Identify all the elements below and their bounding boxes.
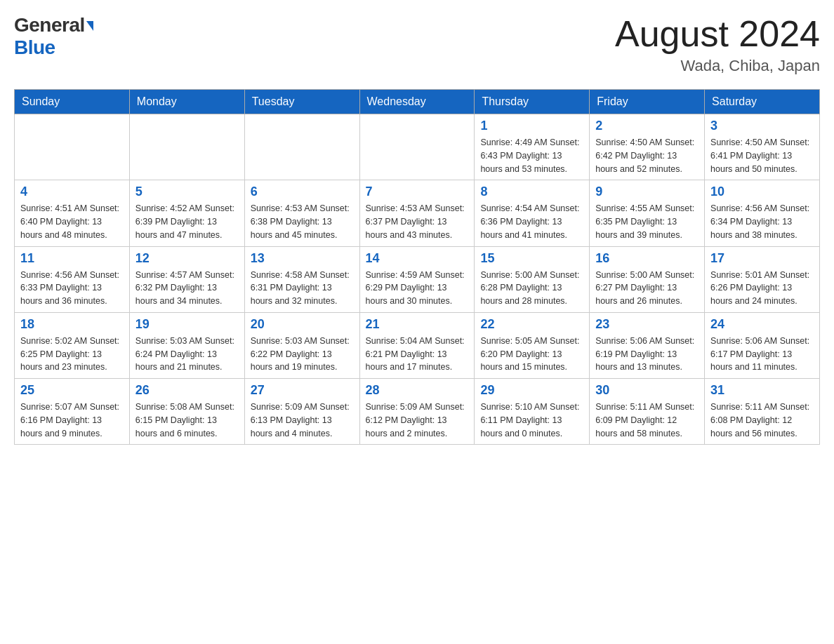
calendar-cell-2-1: 4Sunrise: 4:51 AM Sunset: 6:40 PM Daylig…: [15, 180, 130, 246]
weekday-header-row: SundayMondayTuesdayWednesdayThursdayFrid…: [15, 90, 820, 114]
calendar-cell-3-5: 15Sunrise: 5:00 AM Sunset: 6:28 PM Dayli…: [475, 246, 590, 312]
day-info: Sunrise: 4:53 AM Sunset: 6:37 PM Dayligh…: [366, 202, 469, 241]
calendar-cell-5-4: 28Sunrise: 5:09 AM Sunset: 6:12 PM Dayli…: [359, 379, 475, 445]
calendar-cell-1-2: [129, 114, 244, 180]
day-info: Sunrise: 5:00 AM Sunset: 6:27 PM Dayligh…: [595, 269, 699, 308]
calendar-cell-1-7: 3Sunrise: 4:50 AM Sunset: 6:41 PM Daylig…: [705, 114, 820, 180]
calendar-cell-3-1: 11Sunrise: 4:56 AM Sunset: 6:33 PM Dayli…: [15, 246, 130, 312]
calendar-table: SundayMondayTuesdayWednesdayThursdayFrid…: [14, 89, 820, 445]
weekday-header-thursday: Thursday: [475, 90, 590, 114]
day-info: Sunrise: 4:54 AM Sunset: 6:36 PM Dayligh…: [480, 202, 583, 241]
day-number: 18: [20, 317, 124, 332]
calendar-cell-2-5: 8Sunrise: 4:54 AM Sunset: 6:36 PM Daylig…: [475, 180, 590, 246]
calendar-cell-5-2: 26Sunrise: 5:08 AM Sunset: 6:15 PM Dayli…: [129, 379, 244, 445]
day-number: 11: [20, 251, 124, 266]
day-number: 8: [480, 185, 583, 199]
logo-general-text: General: [14, 14, 85, 36]
day-info: Sunrise: 5:09 AM Sunset: 6:12 PM Dayligh…: [366, 401, 469, 440]
day-number: 28: [366, 383, 469, 398]
day-number: 1: [480, 119, 583, 133]
day-number: 23: [595, 317, 699, 332]
day-info: Sunrise: 4:57 AM Sunset: 6:32 PM Dayligh…: [135, 269, 239, 308]
day-number: 6: [251, 185, 354, 199]
calendar-cell-2-4: 7Sunrise: 4:53 AM Sunset: 6:37 PM Daylig…: [359, 180, 475, 246]
day-info: Sunrise: 5:03 AM Sunset: 6:24 PM Dayligh…: [135, 335, 239, 374]
day-info: Sunrise: 4:59 AM Sunset: 6:29 PM Dayligh…: [366, 269, 469, 308]
day-info: Sunrise: 5:07 AM Sunset: 6:16 PM Dayligh…: [20, 401, 124, 440]
day-info: Sunrise: 4:55 AM Sunset: 6:35 PM Dayligh…: [595, 202, 699, 241]
day-info: Sunrise: 5:01 AM Sunset: 6:26 PM Dayligh…: [710, 269, 814, 308]
calendar-header: SundayMondayTuesdayWednesdayThursdayFrid…: [15, 90, 820, 114]
weekday-header-tuesday: Tuesday: [244, 90, 359, 114]
week-row-2: 4Sunrise: 4:51 AM Sunset: 6:40 PM Daylig…: [15, 180, 820, 246]
day-info: Sunrise: 5:11 AM Sunset: 6:09 PM Dayligh…: [595, 401, 699, 440]
day-number: 22: [480, 317, 583, 332]
calendar-cell-1-1: [15, 114, 130, 180]
calendar-cell-4-4: 21Sunrise: 5:04 AM Sunset: 6:21 PM Dayli…: [359, 312, 475, 378]
weekday-header-saturday: Saturday: [705, 90, 820, 114]
day-number: 5: [135, 185, 239, 199]
month-title: August 2024: [615, 14, 820, 54]
day-info: Sunrise: 5:06 AM Sunset: 6:19 PM Dayligh…: [595, 335, 699, 374]
day-info: Sunrise: 5:11 AM Sunset: 6:08 PM Dayligh…: [710, 401, 814, 440]
day-number: 27: [251, 383, 354, 398]
logo: General Blue: [14, 14, 93, 59]
day-info: Sunrise: 5:06 AM Sunset: 6:17 PM Dayligh…: [710, 335, 814, 374]
logo-blue-text: Blue: [14, 36, 55, 58]
week-row-4: 18Sunrise: 5:02 AM Sunset: 6:25 PM Dayli…: [15, 312, 820, 378]
weekday-header-friday: Friday: [590, 90, 705, 114]
day-number: 29: [480, 383, 583, 398]
calendar-cell-3-3: 13Sunrise: 4:58 AM Sunset: 6:31 PM Dayli…: [244, 246, 359, 312]
calendar-cell-4-5: 22Sunrise: 5:05 AM Sunset: 6:20 PM Dayli…: [475, 312, 590, 378]
calendar-cell-2-6: 9Sunrise: 4:55 AM Sunset: 6:35 PM Daylig…: [590, 180, 705, 246]
calendar-cell-5-5: 29Sunrise: 5:10 AM Sunset: 6:11 PM Dayli…: [475, 379, 590, 445]
calendar-cell-1-6: 2Sunrise: 4:50 AM Sunset: 6:42 PM Daylig…: [590, 114, 705, 180]
week-row-3: 11Sunrise: 4:56 AM Sunset: 6:33 PM Dayli…: [15, 246, 820, 312]
day-info: Sunrise: 5:02 AM Sunset: 6:25 PM Dayligh…: [20, 335, 124, 374]
calendar-body: 1Sunrise: 4:49 AM Sunset: 6:43 PM Daylig…: [15, 114, 820, 445]
calendar-cell-1-5: 1Sunrise: 4:49 AM Sunset: 6:43 PM Daylig…: [475, 114, 590, 180]
day-number: 24: [710, 317, 814, 332]
day-info: Sunrise: 4:53 AM Sunset: 6:38 PM Dayligh…: [251, 202, 354, 241]
day-number: 26: [135, 383, 239, 398]
day-info: Sunrise: 5:03 AM Sunset: 6:22 PM Dayligh…: [251, 335, 354, 374]
location-title: Wada, Chiba, Japan: [615, 57, 820, 75]
calendar-cell-4-1: 18Sunrise: 5:02 AM Sunset: 6:25 PM Dayli…: [15, 312, 130, 378]
weekday-header-sunday: Sunday: [15, 90, 130, 114]
day-number: 9: [595, 185, 699, 199]
page-header: General Blue August 2024 Wada, Chiba, Ja…: [14, 14, 820, 75]
calendar-cell-5-6: 30Sunrise: 5:11 AM Sunset: 6:09 PM Dayli…: [590, 379, 705, 445]
day-info: Sunrise: 5:00 AM Sunset: 6:28 PM Dayligh…: [480, 269, 583, 308]
day-info: Sunrise: 4:50 AM Sunset: 6:41 PM Dayligh…: [710, 136, 814, 175]
calendar-cell-2-2: 5Sunrise: 4:52 AM Sunset: 6:39 PM Daylig…: [129, 180, 244, 246]
day-info: Sunrise: 4:49 AM Sunset: 6:43 PM Dayligh…: [480, 136, 583, 175]
calendar-cell-2-7: 10Sunrise: 4:56 AM Sunset: 6:34 PM Dayli…: [705, 180, 820, 246]
day-number: 14: [366, 251, 469, 266]
calendar-cell-3-7: 17Sunrise: 5:01 AM Sunset: 6:26 PM Dayli…: [705, 246, 820, 312]
day-number: 7: [366, 185, 469, 199]
day-number: 3: [710, 119, 814, 133]
day-number: 25: [20, 383, 124, 398]
title-block: August 2024 Wada, Chiba, Japan: [615, 14, 820, 75]
calendar-cell-5-3: 27Sunrise: 5:09 AM Sunset: 6:13 PM Dayli…: [244, 379, 359, 445]
day-number: 16: [595, 251, 699, 266]
day-number: 21: [366, 317, 469, 332]
logo-triangle-icon: [86, 21, 93, 31]
day-number: 15: [480, 251, 583, 266]
calendar-cell-3-6: 16Sunrise: 5:00 AM Sunset: 6:27 PM Dayli…: [590, 246, 705, 312]
day-info: Sunrise: 5:09 AM Sunset: 6:13 PM Dayligh…: [251, 401, 354, 440]
day-info: Sunrise: 5:10 AM Sunset: 6:11 PM Dayligh…: [480, 401, 583, 440]
calendar-cell-3-2: 12Sunrise: 4:57 AM Sunset: 6:32 PM Dayli…: [129, 246, 244, 312]
day-info: Sunrise: 4:51 AM Sunset: 6:40 PM Dayligh…: [20, 202, 124, 241]
day-info: Sunrise: 4:52 AM Sunset: 6:39 PM Dayligh…: [135, 202, 239, 241]
day-info: Sunrise: 5:08 AM Sunset: 6:15 PM Dayligh…: [135, 401, 239, 440]
weekday-header-monday: Monday: [129, 90, 244, 114]
day-number: 2: [595, 119, 699, 133]
day-number: 19: [135, 317, 239, 332]
calendar-cell-2-3: 6Sunrise: 4:53 AM Sunset: 6:38 PM Daylig…: [244, 180, 359, 246]
day-number: 20: [251, 317, 354, 332]
calendar-cell-5-7: 31Sunrise: 5:11 AM Sunset: 6:08 PM Dayli…: [705, 379, 820, 445]
day-number: 30: [595, 383, 699, 398]
calendar-cell-4-7: 24Sunrise: 5:06 AM Sunset: 6:17 PM Dayli…: [705, 312, 820, 378]
day-info: Sunrise: 4:58 AM Sunset: 6:31 PM Dayligh…: [251, 269, 354, 308]
